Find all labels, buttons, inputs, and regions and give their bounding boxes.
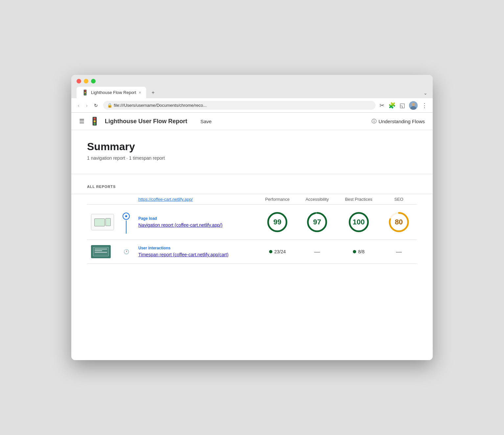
best-practices-pass-score: 8/8 — [341, 249, 377, 254]
seo-score-value: 80 — [395, 218, 403, 226]
help-circle-icon: ⓘ — [372, 118, 377, 125]
reports-table: https://coffee-cart.netlify.app/ Perform… — [87, 194, 417, 264]
nav-step-indicator — [118, 205, 134, 240]
table-row: 🕐 User interactions Timespan report (cof… — [87, 240, 417, 264]
minimize-button[interactable] — [84, 79, 88, 83]
best-practices-score-circle: 100 — [348, 212, 369, 233]
all-reports-label: ALL REPORTS — [87, 185, 417, 189]
nav-seo-cell: 80 — [381, 205, 417, 240]
timespan-best-practices-cell: 8/8 — [337, 240, 381, 264]
url-column-header[interactable]: https://coffee-cart.netlify.app/ — [138, 197, 193, 202]
timespan-seo-cell: — — [381, 240, 417, 264]
nav-thumbnail — [91, 214, 114, 230]
pass-dot-icon — [353, 250, 356, 253]
seo-header: SEO — [381, 194, 417, 205]
best-practices-score-value: 100 — [353, 218, 365, 226]
timespan-step-indicator: 🕐 — [118, 240, 134, 264]
nav-report-info: Page load Navigation report (coffee-cart… — [134, 205, 257, 240]
url-lock-icon: 🔒 — [107, 103, 112, 108]
close-button[interactable] — [77, 79, 81, 83]
more-menu-icon[interactable]: ⋮ — [422, 102, 427, 109]
lighthouse-logo-icon: 🚦 — [90, 117, 100, 126]
nav-performance-cell: 99 — [257, 205, 298, 240]
summary-subtitle: 1 navigation report · 1 timespan report — [87, 155, 417, 161]
browser-window: 🚦 Lighthouse Flow Report × + ⌄ ‹ › ↻ 🔒 ✂… — [71, 75, 433, 360]
timespan-report-link[interactable]: Timespan report (coffee-cart.netlify.app… — [138, 252, 228, 257]
table-row: Page load Navigation report (coffee-cart… — [87, 205, 417, 240]
forward-button[interactable]: › — [85, 102, 89, 109]
address-bar: ‹ › ↻ 🔒 ✂ 🧩 ◱ ⋮ — [71, 98, 433, 113]
mobile-thumb — [105, 218, 111, 226]
understanding-flows-link[interactable]: ⓘ Understanding Flows — [372, 118, 425, 125]
understanding-flows-label: Understanding Flows — [378, 119, 425, 124]
page-title: Summary — [87, 141, 417, 153]
timespan-report-info: User interactions Timespan report (coffe… — [134, 240, 257, 264]
extensions-icon[interactable]: 🧩 — [388, 102, 396, 109]
title-bar: 🚦 Lighthouse Flow Report × + ⌄ — [71, 75, 433, 98]
accessibility-header: Accessibility — [298, 194, 337, 205]
performance-pass-score: 23/24 — [261, 249, 294, 254]
performance-header: Performance — [257, 194, 298, 205]
traffic-lights — [77, 79, 427, 83]
timespan-performance-cell: 23/24 — [257, 240, 298, 264]
hamburger-menu-icon[interactable]: ☰ — [79, 118, 84, 125]
lighthouse-tab-icon: 🚦 — [82, 89, 88, 96]
svg-point-1 — [412, 103, 415, 106]
app-title: Lighthouse User Flow Report — [105, 118, 187, 125]
seo-dash: — — [385, 248, 413, 255]
tab-list-chevron[interactable]: ⌄ — [424, 90, 427, 98]
active-tab[interactable]: 🚦 Lighthouse Flow Report × — [77, 87, 146, 98]
timespan-accessibility-cell: — — [298, 240, 337, 264]
nav-category-label: Page load — [138, 216, 253, 221]
accessibility-score-circle: 97 — [307, 212, 328, 233]
step-circle-icon — [123, 213, 130, 220]
back-button[interactable]: ‹ — [77, 102, 81, 109]
timespan-thumbnail — [91, 245, 111, 258]
nav-accessibility-cell: 97 — [298, 205, 337, 240]
desktop-thumb — [94, 218, 105, 226]
split-screen-icon[interactable]: ◱ — [400, 102, 405, 109]
save-button[interactable]: Save — [200, 119, 212, 124]
step-connector-line — [126, 220, 126, 234]
app-header: ☰ 🚦 Lighthouse User Flow Report Save ⓘ U… — [71, 113, 433, 130]
nav-best-practices-cell: 100 — [337, 205, 381, 240]
best-practices-header: Best Practices — [337, 194, 381, 205]
section-divider — [71, 174, 433, 174]
tab-bar: 🚦 Lighthouse Flow Report × + ⌄ — [77, 87, 427, 98]
url-wrapper: 🔒 — [103, 101, 376, 110]
accessibility-score-value: 97 — [313, 218, 321, 226]
profile-avatar[interactable] — [409, 101, 418, 110]
nav-report-link[interactable]: Navigation report (coffee-cart.netlify.a… — [138, 222, 222, 228]
main-content: Summary 1 navigation report · 1 timespan… — [71, 130, 433, 360]
best-practices-fraction-value: 8/8 — [358, 249, 364, 254]
maximize-button[interactable] — [91, 79, 96, 83]
timespan-category-label: User interactions — [138, 246, 253, 250]
scissors-icon[interactable]: ✂ — [379, 102, 384, 109]
reload-button[interactable]: ↻ — [93, 102, 99, 109]
accessibility-dash: — — [302, 248, 333, 255]
tab-title: Lighthouse Flow Report — [91, 90, 136, 95]
browser-toolbar: ✂ 🧩 ◱ ⋮ — [379, 101, 427, 110]
url-input[interactable] — [103, 101, 376, 110]
clock-step-icon: 🕐 — [124, 249, 129, 254]
timespan-thumbnail-cell — [87, 240, 118, 264]
new-tab-button[interactable]: + — [148, 87, 158, 98]
performance-fraction-value: 23/24 — [274, 249, 286, 254]
performance-score-value: 99 — [273, 218, 281, 226]
seo-score-circle: 80 — [388, 212, 409, 233]
tab-close-button[interactable]: × — [139, 90, 141, 95]
nav-thumbnail-cell — [87, 205, 118, 240]
pass-dot-icon — [269, 250, 272, 253]
performance-score-circle: 99 — [267, 212, 288, 233]
